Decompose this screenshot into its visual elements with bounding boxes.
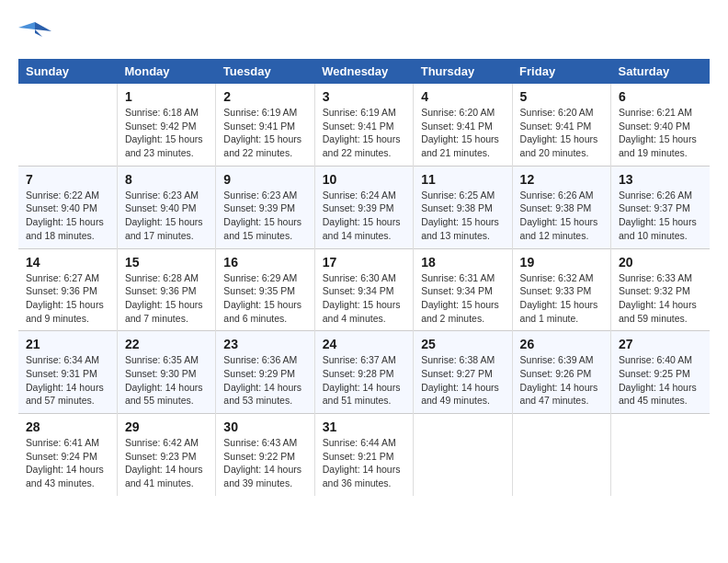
day-number: 30 (223, 419, 306, 434)
day-info: Sunrise: 6:31 AMSunset: 9:34 PMDaylight:… (421, 271, 504, 326)
day-info: Sunrise: 6:26 AMSunset: 9:37 PMDaylight:… (619, 189, 702, 243)
day-info: Sunrise: 6:28 AMSunset: 9:36 PMDaylight:… (125, 271, 208, 326)
column-header-friday: Friday (512, 59, 610, 84)
day-cell: 10Sunrise: 6:24 AMSunset: 9:39 PMDayligh… (314, 166, 413, 248)
svg-marker-1 (18, 22, 35, 29)
day-cell: 25Sunrise: 6:38 AMSunset: 9:27 PMDayligh… (414, 331, 512, 414)
day-number: 5 (520, 89, 603, 104)
day-info: Sunrise: 6:18 AMSunset: 9:42 PMDaylight:… (125, 106, 208, 160)
day-info: Sunrise: 6:20 AMSunset: 9:41 PMDaylight:… (520, 106, 603, 160)
day-cell: 2Sunrise: 6:19 AMSunset: 9:41 PMDaylight… (216, 84, 314, 166)
day-cell: 4Sunrise: 6:20 AMSunset: 9:41 PMDaylight… (414, 84, 512, 166)
day-number: 25 (421, 337, 504, 351)
day-cell: 27Sunrise: 6:40 AMSunset: 9:25 PMDayligh… (611, 331, 710, 414)
day-number: 8 (125, 172, 208, 187)
logo (18, 18, 55, 44)
day-info: Sunrise: 6:33 AMSunset: 9:32 PMDaylight:… (619, 271, 702, 326)
day-info: Sunrise: 6:30 AMSunset: 9:34 PMDaylight:… (323, 271, 405, 326)
day-number: 24 (323, 337, 405, 351)
day-info: Sunrise: 6:23 AMSunset: 9:39 PMDaylight:… (223, 189, 306, 243)
day-number: 21 (26, 337, 109, 351)
day-number: 14 (26, 255, 109, 270)
day-info: Sunrise: 6:37 AMSunset: 9:28 PMDaylight:… (323, 353, 405, 408)
day-info: Sunrise: 6:36 AMSunset: 9:29 PMDaylight:… (223, 353, 306, 408)
day-number: 2 (223, 89, 306, 104)
day-info: Sunrise: 6:25 AMSunset: 9:38 PMDaylight:… (421, 189, 504, 243)
day-number: 4 (421, 89, 504, 104)
day-info: Sunrise: 6:34 AMSunset: 9:31 PMDaylight:… (26, 353, 109, 408)
day-cell: 30Sunrise: 6:43 AMSunset: 9:22 PMDayligh… (216, 414, 314, 496)
svg-marker-2 (35, 29, 42, 37)
week-row-4: 21Sunrise: 6:34 AMSunset: 9:31 PMDayligh… (18, 331, 710, 414)
day-cell: 14Sunrise: 6:27 AMSunset: 9:36 PMDayligh… (18, 248, 117, 331)
day-number: 23 (223, 337, 306, 351)
day-info: Sunrise: 6:21 AMSunset: 9:40 PMDaylight:… (619, 106, 702, 160)
day-number: 27 (619, 337, 702, 351)
day-cell: 22Sunrise: 6:35 AMSunset: 9:30 PMDayligh… (117, 331, 215, 414)
day-info: Sunrise: 6:23 AMSunset: 9:40 PMDaylight:… (125, 189, 208, 243)
day-info: Sunrise: 6:22 AMSunset: 9:40 PMDaylight:… (26, 189, 109, 243)
day-cell: 19Sunrise: 6:32 AMSunset: 9:33 PMDayligh… (512, 248, 610, 331)
day-cell: 7Sunrise: 6:22 AMSunset: 9:40 PMDaylight… (18, 166, 117, 248)
day-info: Sunrise: 6:24 AMSunset: 9:39 PMDaylight:… (323, 189, 405, 243)
day-cell: 11Sunrise: 6:25 AMSunset: 9:38 PMDayligh… (414, 166, 512, 248)
day-number: 11 (421, 172, 504, 187)
day-cell: 21Sunrise: 6:34 AMSunset: 9:31 PMDayligh… (18, 331, 117, 414)
day-info: Sunrise: 6:20 AMSunset: 9:41 PMDaylight:… (421, 106, 504, 160)
calendar-table: SundayMondayTuesdayWednesdayThursdayFrid… (18, 59, 710, 496)
day-cell: 28Sunrise: 6:41 AMSunset: 9:24 PMDayligh… (18, 414, 117, 496)
day-cell: 9Sunrise: 6:23 AMSunset: 9:39 PMDaylight… (216, 166, 314, 248)
day-number: 13 (619, 172, 702, 187)
day-info: Sunrise: 6:35 AMSunset: 9:30 PMDaylight:… (125, 353, 208, 408)
day-number: 16 (223, 255, 306, 270)
day-cell: 13Sunrise: 6:26 AMSunset: 9:37 PMDayligh… (611, 166, 710, 248)
day-info: Sunrise: 6:44 AMSunset: 9:21 PMDaylight:… (323, 436, 405, 490)
calendar-header-row: SundayMondayTuesdayWednesdayThursdayFrid… (18, 59, 710, 84)
day-cell: 3Sunrise: 6:19 AMSunset: 9:41 PMDaylight… (314, 84, 413, 166)
day-cell: 5Sunrise: 6:20 AMSunset: 9:41 PMDaylight… (512, 84, 610, 166)
day-cell (512, 414, 610, 496)
day-info: Sunrise: 6:29 AMSunset: 9:35 PMDaylight:… (223, 271, 306, 326)
day-number: 18 (421, 255, 504, 270)
column-header-thursday: Thursday (414, 59, 512, 84)
day-number: 17 (323, 255, 405, 270)
day-cell: 18Sunrise: 6:31 AMSunset: 9:34 PMDayligh… (414, 248, 512, 331)
day-info: Sunrise: 6:27 AMSunset: 9:36 PMDaylight:… (26, 271, 109, 326)
day-number: 9 (223, 172, 306, 187)
day-cell: 31Sunrise: 6:44 AMSunset: 9:21 PMDayligh… (314, 414, 413, 496)
day-number: 29 (125, 419, 208, 434)
day-info: Sunrise: 6:42 AMSunset: 9:23 PMDaylight:… (125, 436, 208, 490)
day-cell: 16Sunrise: 6:29 AMSunset: 9:35 PMDayligh… (216, 248, 314, 331)
svg-marker-0 (35, 22, 51, 31)
day-cell: 17Sunrise: 6:30 AMSunset: 9:34 PMDayligh… (314, 248, 413, 331)
week-row-2: 7Sunrise: 6:22 AMSunset: 9:40 PMDaylight… (18, 166, 710, 248)
day-info: Sunrise: 6:38 AMSunset: 9:27 PMDaylight:… (421, 353, 504, 408)
day-cell (18, 84, 117, 166)
day-info: Sunrise: 6:40 AMSunset: 9:25 PMDaylight:… (619, 353, 702, 408)
day-number: 26 (520, 337, 603, 351)
week-row-1: 1Sunrise: 6:18 AMSunset: 9:42 PMDaylight… (18, 84, 710, 166)
day-number: 12 (520, 172, 603, 187)
day-number: 6 (619, 89, 702, 104)
day-number: 22 (125, 337, 208, 351)
day-info: Sunrise: 6:26 AMSunset: 9:38 PMDaylight:… (520, 189, 603, 243)
day-cell (611, 414, 710, 496)
page-header (18, 18, 710, 44)
day-cell (414, 414, 512, 496)
week-row-3: 14Sunrise: 6:27 AMSunset: 9:36 PMDayligh… (18, 248, 710, 331)
day-cell: 1Sunrise: 6:18 AMSunset: 9:42 PMDaylight… (117, 84, 215, 166)
day-cell: 20Sunrise: 6:33 AMSunset: 9:32 PMDayligh… (611, 248, 710, 331)
day-info: Sunrise: 6:19 AMSunset: 9:41 PMDaylight:… (323, 106, 405, 160)
day-info: Sunrise: 6:41 AMSunset: 9:24 PMDaylight:… (26, 436, 109, 490)
day-cell: 26Sunrise: 6:39 AMSunset: 9:26 PMDayligh… (512, 331, 610, 414)
day-number: 1 (125, 89, 208, 104)
week-row-5: 28Sunrise: 6:41 AMSunset: 9:24 PMDayligh… (18, 414, 710, 496)
day-info: Sunrise: 6:43 AMSunset: 9:22 PMDaylight:… (223, 436, 306, 490)
day-cell: 6Sunrise: 6:21 AMSunset: 9:40 PMDaylight… (611, 84, 710, 166)
day-info: Sunrise: 6:39 AMSunset: 9:26 PMDaylight:… (520, 353, 603, 408)
day-info: Sunrise: 6:32 AMSunset: 9:33 PMDaylight:… (520, 271, 603, 326)
column-header-sunday: Sunday (18, 59, 117, 84)
day-number: 31 (323, 419, 405, 434)
column-header-wednesday: Wednesday (314, 59, 413, 84)
day-cell: 15Sunrise: 6:28 AMSunset: 9:36 PMDayligh… (117, 248, 215, 331)
